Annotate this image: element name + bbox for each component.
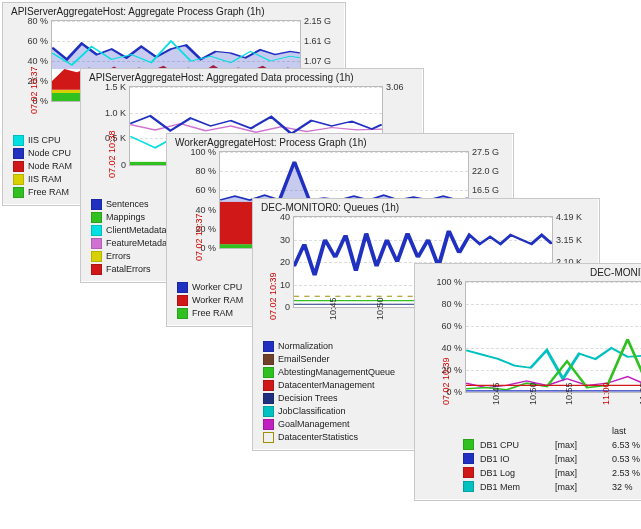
series-agg: [max] xyxy=(555,467,606,480)
ytick: 30 xyxy=(280,235,294,245)
series-swatch xyxy=(13,161,24,172)
ytick: 10 xyxy=(280,280,294,290)
xtick: 07.02 10:39 xyxy=(441,357,451,405)
series-swatch xyxy=(463,439,474,450)
series-swatch xyxy=(263,419,274,430)
series-label: EmailSender xyxy=(278,353,330,366)
ytick: 20 xyxy=(280,257,294,267)
ytick: 16.5 G xyxy=(468,185,499,195)
series-value: 32 % xyxy=(612,481,641,494)
series-agg: [max] xyxy=(555,439,606,452)
ytick: 80 % xyxy=(441,299,466,309)
ytick: 27.5 G xyxy=(468,147,499,157)
series-label: Worker RAM xyxy=(192,294,243,307)
series-swatch xyxy=(91,238,102,249)
series-swatch xyxy=(13,187,24,198)
xtick: 10:50 xyxy=(375,297,385,320)
xtick: 10:45 xyxy=(328,297,338,320)
series-label: Mappings xyxy=(106,211,145,224)
chart-plot: 0 % 20 % 40 % 60 % 80 % 100 % xyxy=(465,281,641,393)
series-value: 6.53 % xyxy=(612,439,641,452)
series-swatch xyxy=(263,354,274,365)
series-label: GoalManagement xyxy=(278,418,350,431)
series-label: Worker CPU xyxy=(192,281,242,294)
series-swatch xyxy=(463,481,474,492)
series-label: DB1 IO xyxy=(480,453,549,466)
series-label: AbtestingManagementQueue xyxy=(278,366,395,379)
xtick: 10:45 xyxy=(491,382,501,405)
xtick: 07.02 10:37 xyxy=(194,213,204,261)
series-agg: [max] xyxy=(555,453,606,466)
series-label: JobClassification xyxy=(278,405,346,418)
series-swatch xyxy=(263,432,274,443)
series-label: Normalization xyxy=(278,340,333,353)
ytick: 1.5 K xyxy=(105,82,130,92)
series-swatch xyxy=(263,380,274,391)
series-swatch xyxy=(91,199,102,210)
chart-title: APIServerAggregateHost: Aggregated Data … xyxy=(81,69,423,86)
series-swatch xyxy=(263,406,274,417)
ytick: 100 % xyxy=(436,277,466,287)
series-label: Node CPU xyxy=(28,147,71,160)
ytick: 40 xyxy=(280,212,294,222)
series-label: Free RAM xyxy=(28,186,69,199)
series-swatch xyxy=(91,264,102,275)
ytick: 3.06 xyxy=(382,82,404,92)
series-label: DB1 Mem xyxy=(480,481,549,494)
xtick: 10:55 xyxy=(564,382,574,405)
ytick: 3.15 K xyxy=(552,235,582,245)
xtick: 07.02 10:37 xyxy=(29,66,39,114)
series-swatch xyxy=(91,251,102,262)
series-label: Sentences xyxy=(106,198,149,211)
ytick: 1.0 K xyxy=(105,108,130,118)
series-agg: [max] xyxy=(555,481,606,494)
series-swatch xyxy=(177,308,188,319)
series-value: 0.53 % xyxy=(612,453,641,466)
series-label: DB1 Log xyxy=(480,467,549,480)
xtick: 07.02 10:38 xyxy=(107,130,117,178)
series-swatch xyxy=(177,295,188,306)
x-axis: 07.02 10:39 10:45 10:50 10:55 11:00 11:0… xyxy=(465,393,641,421)
series-label: Free RAM xyxy=(192,307,233,320)
series-label: Decision Trees xyxy=(278,392,338,405)
ytick: 40 % xyxy=(441,343,466,353)
series-label: FeatureMetadata xyxy=(106,237,175,250)
series-swatch xyxy=(91,225,102,236)
series-swatch xyxy=(463,467,474,478)
xtick: 11:05 xyxy=(637,382,641,405)
chart-title: DEC-MONITOR0: Queues (1h) xyxy=(253,199,599,216)
series-label: IIS RAM xyxy=(28,173,62,186)
chart-title: APIServerAggregateHost: Aggregate Proces… xyxy=(3,3,345,20)
series-swatch xyxy=(13,148,24,159)
ytick: 80 % xyxy=(195,166,220,176)
series-swatch xyxy=(263,367,274,378)
ytick: 80 % xyxy=(27,16,52,26)
series-label: DatacenterManagement xyxy=(278,379,375,392)
series-value: 2.53 % xyxy=(612,467,641,480)
ytick: 100 % xyxy=(190,147,220,157)
ytick: 22.0 G xyxy=(468,166,499,176)
series-label: Errors xyxy=(106,250,131,263)
legend-table: last DB1 CPU[max]6.53 % DB1 IO[max]0.53 … xyxy=(415,421,641,500)
panel-dec-db: DEC-MONITOR0 0 % 20 % 40 % 60 % 80 % 100… xyxy=(414,263,641,501)
ytick: 1.07 G xyxy=(300,56,331,66)
ytick: 4.19 K xyxy=(552,212,582,222)
ytick: 1.61 G xyxy=(300,36,331,46)
series-swatch xyxy=(463,453,474,464)
series-swatch xyxy=(13,174,24,185)
col-header: last xyxy=(612,425,641,438)
xtick: 11:00 xyxy=(601,382,611,405)
series-swatch xyxy=(177,282,188,293)
ytick: 60 % xyxy=(27,36,52,46)
xtick: 07.02 10:39 xyxy=(268,272,278,320)
series-label: IIS CPU xyxy=(28,134,61,147)
xtick: 10:50 xyxy=(527,382,537,405)
ytick: 60 % xyxy=(441,321,466,331)
ytick: 60 % xyxy=(195,185,220,195)
series-swatch xyxy=(263,341,274,352)
dashboard-canvas: APIServerAggregateHost: Aggregate Proces… xyxy=(0,0,641,529)
series-label: ClientMetadata xyxy=(106,224,167,237)
series-swatch xyxy=(13,135,24,146)
ytick: 2.15 G xyxy=(300,16,331,26)
series-label: DB1 CPU xyxy=(480,439,549,452)
